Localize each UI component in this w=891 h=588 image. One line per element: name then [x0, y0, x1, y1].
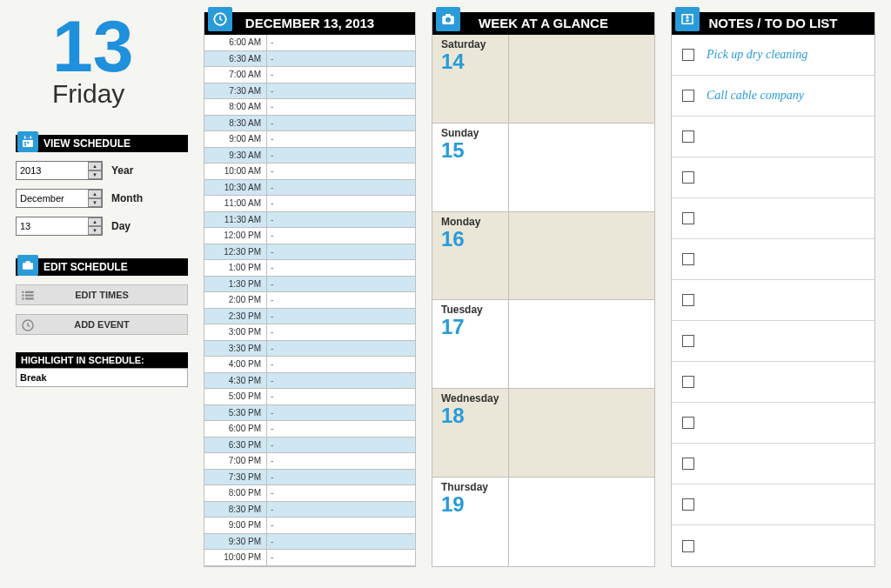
note-row[interactable]: Call cable company — [672, 76, 874, 117]
note-row[interactable] — [672, 484, 874, 525]
note-row[interactable] — [672, 321, 874, 362]
week-day-content[interactable] — [509, 35, 654, 123]
schedule-event[interactable]: - — [267, 35, 415, 50]
schedule-event[interactable]: - — [267, 357, 415, 372]
schedule-row[interactable]: 6:30 AM- — [204, 51, 415, 68]
schedule-event[interactable]: - — [267, 373, 415, 389]
schedule-row[interactable]: 3:30 PM- — [204, 341, 415, 357]
schedule-row[interactable]: 3:00 PM- — [204, 324, 415, 341]
note-checkbox[interactable] — [682, 90, 694, 102]
note-checkbox[interactable] — [682, 212, 694, 224]
schedule-row[interactable]: 11:30 AM- — [204, 212, 415, 229]
note-checkbox[interactable] — [682, 253, 694, 265]
schedule-event[interactable]: - — [267, 244, 415, 260]
schedule-row[interactable]: 7:00 AM- — [204, 67, 415, 84]
schedule-event[interactable]: - — [267, 485, 415, 501]
schedule-row[interactable]: 9:00 PM- — [204, 518, 415, 534]
note-row[interactable]: Pick up dry cleaning — [672, 35, 874, 76]
week-day-cell[interactable]: Tuesday17 — [432, 300, 654, 389]
schedule-row[interactable]: 4:30 PM- — [204, 373, 415, 390]
note-row[interactable] — [672, 157, 874, 198]
schedule-event[interactable]: - — [267, 131, 415, 147]
schedule-row[interactable]: 8:30 PM- — [204, 502, 415, 518]
schedule-row[interactable]: 1:00 PM- — [204, 260, 415, 277]
note-text[interactable]: Call cable company — [707, 89, 804, 103]
note-row[interactable] — [672, 403, 874, 444]
day-spinner[interactable]: ▲▼ — [88, 217, 102, 235]
schedule-event[interactable]: - — [267, 99, 415, 115]
note-checkbox[interactable] — [682, 498, 694, 511]
schedule-row[interactable]: 4:00 PM- — [204, 357, 415, 373]
schedule-row[interactable]: 9:30 PM- — [204, 534, 415, 551]
week-day-content[interactable] — [509, 212, 654, 300]
note-text[interactable]: Pick up dry cleaning — [707, 48, 807, 62]
schedule-row[interactable]: 5:30 PM- — [204, 405, 415, 422]
schedule-row[interactable]: 10:00 PM- — [204, 550, 415, 566]
schedule-event[interactable]: - — [267, 228, 415, 244]
edit-times-button[interactable]: EDIT TIMES — [16, 284, 188, 305]
schedule-row[interactable]: 12:00 PM- — [204, 228, 415, 244]
schedule-event[interactable]: - — [267, 421, 415, 437]
schedule-event[interactable]: - — [267, 292, 415, 308]
schedule-event[interactable]: - — [267, 389, 415, 404]
note-row[interactable] — [672, 444, 874, 484]
schedule-row[interactable]: 1:30 PM- — [204, 277, 415, 293]
schedule-event[interactable]: - — [267, 180, 415, 196]
schedule-row[interactable]: 9:30 AM- — [204, 148, 415, 164]
schedule-row[interactable]: 2:00 PM- — [204, 292, 415, 309]
schedule-event[interactable]: - — [267, 502, 415, 518]
schedule-event[interactable]: - — [267, 324, 415, 340]
week-day-content[interactable] — [509, 300, 654, 388]
schedule-event[interactable]: - — [267, 212, 415, 228]
note-row[interactable] — [672, 239, 874, 280]
note-checkbox[interactable] — [682, 335, 694, 347]
note-row[interactable] — [672, 117, 874, 157]
schedule-event[interactable]: - — [267, 438, 415, 453]
schedule-event[interactable]: - — [267, 534, 415, 550]
schedule-event[interactable]: - — [267, 51, 415, 67]
schedule-event[interactable]: - — [267, 196, 415, 211]
schedule-row[interactable]: 7:30 AM- — [204, 84, 415, 100]
note-checkbox[interactable] — [682, 417, 694, 429]
schedule-event[interactable]: - — [267, 277, 415, 292]
add-event-button[interactable]: ADD EVENT — [16, 314, 188, 335]
schedule-row[interactable]: 11:00 AM- — [204, 196, 415, 212]
week-day-content[interactable] — [509, 124, 654, 211]
note-checkbox[interactable] — [682, 458, 694, 470]
note-row[interactable] — [672, 280, 874, 321]
schedule-row[interactable]: 12:30 PM- — [204, 244, 415, 261]
week-day-content[interactable] — [509, 478, 654, 566]
note-checkbox[interactable] — [682, 294, 694, 306]
month-spinner[interactable]: ▲▼ — [88, 190, 102, 207]
schedule-row[interactable]: 8:00 AM- — [204, 99, 415, 116]
schedule-row[interactable]: 7:30 PM- — [204, 470, 415, 486]
schedule-row[interactable]: 6:00 AM- — [204, 35, 415, 51]
week-day-content[interactable] — [509, 389, 654, 477]
schedule-event[interactable]: - — [267, 260, 415, 276]
schedule-row[interactable]: 6:30 PM- — [204, 438, 415, 454]
schedule-row[interactable]: 10:00 AM- — [204, 164, 415, 180]
week-day-cell[interactable]: Thursday19 — [432, 478, 654, 566]
note-row[interactable] — [672, 362, 874, 403]
note-checkbox[interactable] — [682, 540, 694, 552]
schedule-event[interactable]: - — [267, 518, 415, 533]
schedule-row[interactable]: 8:30 AM- — [204, 116, 415, 132]
year-spinner[interactable]: ▲▼ — [88, 162, 102, 179]
schedule-event[interactable]: - — [267, 148, 415, 164]
schedule-row[interactable]: 9:00 AM- — [204, 131, 415, 148]
schedule-event[interactable]: - — [267, 341, 415, 357]
week-day-cell[interactable]: Wednesday18 — [432, 389, 654, 478]
schedule-row[interactable]: 7:00 PM- — [204, 453, 415, 470]
schedule-event[interactable]: - — [267, 453, 415, 469]
schedule-row[interactable]: 5:00 PM- — [204, 389, 415, 405]
schedule-event[interactable]: - — [267, 470, 415, 485]
note-checkbox[interactable] — [682, 171, 694, 184]
note-checkbox[interactable] — [682, 376, 694, 388]
schedule-event[interactable]: - — [267, 116, 415, 131]
week-day-cell[interactable]: Monday16 — [432, 212, 654, 301]
schedule-event[interactable]: - — [267, 84, 415, 99]
note-row[interactable] — [672, 525, 874, 566]
highlight-input[interactable] — [16, 368, 188, 387]
schedule-event[interactable]: - — [267, 309, 415, 324]
schedule-row[interactable]: 2:30 PM- — [204, 309, 415, 325]
